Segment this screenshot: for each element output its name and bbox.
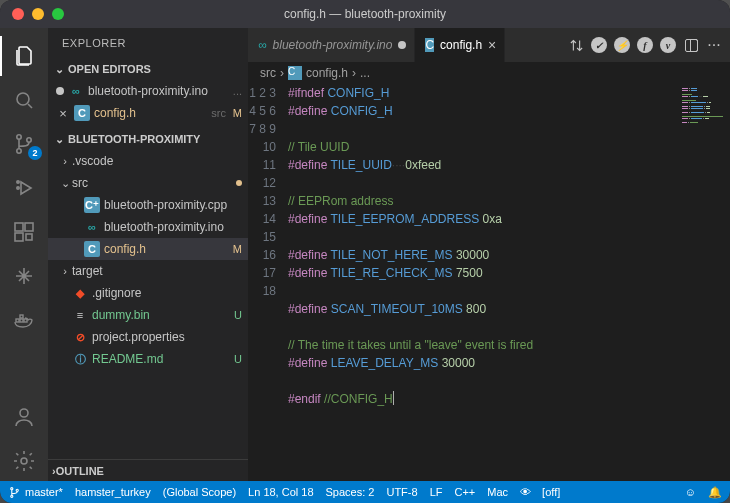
code-content[interactable]: #ifndef CONFIG_H #define CONFIG_H // Til… bbox=[288, 84, 680, 481]
svg-point-2 bbox=[17, 149, 21, 153]
chevron-down-icon: ⌄ bbox=[52, 63, 66, 76]
eye-icon: 👁 bbox=[520, 486, 531, 498]
activity-settings[interactable] bbox=[0, 441, 48, 481]
folder-item[interactable]: ⌄src bbox=[48, 172, 248, 194]
file-item[interactable]: ◆.gitignore bbox=[48, 282, 248, 304]
editor-item-label: bluetooth-proximity.ino bbox=[88, 84, 227, 98]
svg-rect-9 bbox=[26, 234, 32, 240]
breadcrumb[interactable]: src › C config.h › ... bbox=[248, 62, 730, 84]
action-flash[interactable]: ⚡ bbox=[612, 35, 632, 55]
activity-account[interactable] bbox=[0, 397, 48, 437]
traffic-lights bbox=[0, 8, 64, 20]
open-editors-header[interactable]: ⌄ OPEN EDITORS bbox=[48, 58, 248, 80]
file-label: dummy.bin bbox=[92, 308, 226, 322]
file-item[interactable]: ≡dummy.binU bbox=[48, 304, 248, 326]
compare-changes-button[interactable] bbox=[566, 35, 586, 55]
status-bar: master* hamster_turkey (Global Scope) Ln… bbox=[0, 481, 730, 503]
svg-point-0 bbox=[17, 93, 29, 105]
maximize-window-button[interactable] bbox=[52, 8, 64, 20]
activity-docker[interactable] bbox=[0, 300, 48, 340]
status-language[interactable]: C++ bbox=[454, 486, 475, 498]
branch-icon bbox=[8, 486, 21, 499]
git-file-icon: ◆ bbox=[72, 285, 88, 301]
minimap[interactable] bbox=[680, 84, 730, 481]
status-notifications[interactable]: 🔔 bbox=[708, 486, 722, 499]
file-tree: ›.vscode⌄srcC⁺bluetooth-proximity.cpp∞bl… bbox=[48, 150, 248, 459]
action-f[interactable]: f bbox=[635, 35, 655, 55]
extensions-icon bbox=[12, 220, 36, 244]
status-eol[interactable]: LF bbox=[430, 486, 443, 498]
folder-item[interactable]: ›target bbox=[48, 260, 248, 282]
minimize-window-button[interactable] bbox=[32, 8, 44, 20]
open-editor-item[interactable]: ×Cconfig.hsrcM bbox=[48, 102, 248, 124]
status-spaces[interactable]: Spaces: 2 bbox=[326, 486, 375, 498]
outline-header[interactable]: › OUTLINE bbox=[48, 459, 248, 481]
folder-label: target bbox=[72, 264, 242, 278]
close-icon[interactable]: × bbox=[488, 37, 496, 53]
editor-tab[interactable]: Cconfig.h× bbox=[415, 28, 505, 62]
file-item[interactable]: ∞bluetooth-proximity.ino bbox=[48, 216, 248, 238]
split-editor-button[interactable] bbox=[681, 35, 701, 55]
open-editor-item[interactable]: ∞bluetooth-proximity.ino... bbox=[48, 80, 248, 102]
file-label: .gitignore bbox=[92, 286, 242, 300]
status-os[interactable]: Mac bbox=[487, 486, 508, 498]
editor-item-desc: src bbox=[211, 107, 226, 119]
c-file-icon: C bbox=[74, 105, 90, 121]
svg-point-18 bbox=[16, 489, 18, 491]
file-item[interactable]: ⓘREADME.mdU bbox=[48, 348, 248, 370]
file-item[interactable]: ⊘project.properties bbox=[48, 326, 248, 348]
file-item[interactable]: Cconfig.hM bbox=[48, 238, 248, 260]
activity-extensions[interactable] bbox=[0, 212, 48, 252]
svg-point-17 bbox=[11, 495, 13, 497]
activity-debug[interactable] bbox=[0, 168, 48, 208]
breadcrumb-segment[interactable]: src bbox=[260, 66, 276, 80]
folder-item[interactable]: ›.vscode bbox=[48, 150, 248, 172]
svg-point-3 bbox=[27, 138, 31, 142]
chevron-right-icon: › bbox=[58, 265, 72, 277]
file-label: README.md bbox=[92, 352, 226, 366]
breadcrumb-segment[interactable]: config.h bbox=[306, 66, 348, 80]
svg-point-4 bbox=[17, 181, 19, 183]
workspace-header[interactable]: ⌄ BLUETOOTH-PROXIMITY bbox=[48, 128, 248, 150]
prop-file-icon: ⊘ bbox=[72, 329, 88, 345]
close-icon[interactable]: × bbox=[56, 106, 70, 120]
status-feedback[interactable]: ☺ bbox=[685, 486, 696, 498]
activity-explorer[interactable] bbox=[0, 36, 48, 76]
c-file-icon: C bbox=[84, 241, 100, 257]
status-scope-2[interactable]: (Global Scope) bbox=[163, 486, 236, 498]
gear-icon bbox=[12, 449, 36, 473]
svg-point-14 bbox=[20, 409, 28, 417]
activity-scm[interactable]: 2 bbox=[0, 124, 48, 164]
c-file-icon: C bbox=[288, 66, 302, 80]
breadcrumb-segment[interactable]: ... bbox=[360, 66, 370, 80]
svg-rect-12 bbox=[24, 319, 27, 322]
editor-area: ∞bluetooth-proximity.inoCconfig.h× ✓ ⚡ f… bbox=[248, 28, 730, 481]
svg-rect-7 bbox=[25, 223, 33, 231]
git-status: M bbox=[230, 243, 242, 255]
editor-tab[interactable]: ∞bluetooth-proximity.ino bbox=[248, 28, 415, 62]
status-branch[interactable]: master* bbox=[8, 486, 63, 499]
folder-label: .vscode bbox=[72, 154, 242, 168]
svg-point-5 bbox=[17, 187, 19, 189]
status-eye[interactable]: 👁 [off] bbox=[520, 486, 560, 498]
file-label: bluetooth-proximity.cpp bbox=[104, 198, 242, 212]
activity-extra-1[interactable] bbox=[0, 256, 48, 296]
status-scope-1[interactable]: hamster_turkey bbox=[75, 486, 151, 498]
account-icon bbox=[12, 405, 36, 429]
close-window-button[interactable] bbox=[12, 8, 24, 20]
smiley-icon: ☺ bbox=[685, 486, 696, 498]
action-check[interactable]: ✓ bbox=[589, 35, 609, 55]
tab-bar: ∞bluetooth-proximity.inoCconfig.h× ✓ ⚡ f… bbox=[248, 28, 730, 62]
dirty-indicator bbox=[56, 87, 64, 95]
code-editor[interactable]: 1 2 3 4 5 6 7 8 9 10 11 12 13 14 15 16 1… bbox=[248, 84, 680, 481]
folder-label: src bbox=[72, 176, 236, 190]
file-item[interactable]: C⁺bluetooth-proximity.cpp bbox=[48, 194, 248, 216]
status-encoding[interactable]: UTF-8 bbox=[386, 486, 417, 498]
activity-search[interactable] bbox=[0, 80, 48, 120]
svg-point-15 bbox=[21, 458, 27, 464]
more-actions-button[interactable]: ··· bbox=[704, 35, 724, 55]
ino-file-icon: ∞ bbox=[68, 83, 84, 99]
action-v[interactable]: v bbox=[658, 35, 678, 55]
modified-indicator bbox=[236, 180, 242, 186]
status-cursor-pos[interactable]: Ln 18, Col 18 bbox=[248, 486, 313, 498]
